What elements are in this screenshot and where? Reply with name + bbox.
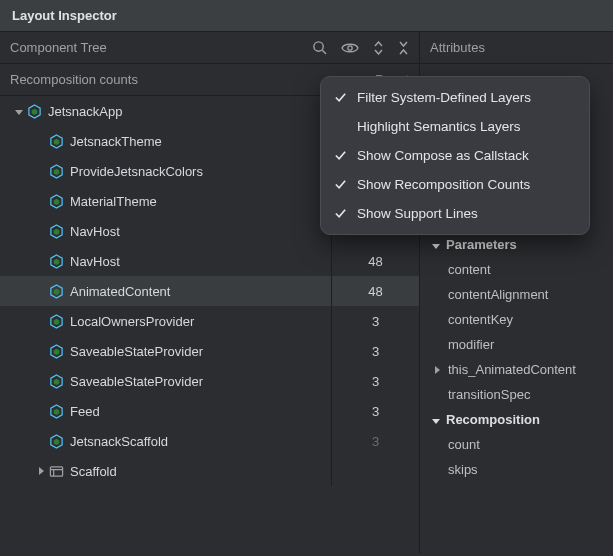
window-title: Layout Inspector bbox=[0, 0, 613, 32]
node-label: AnimatedContent bbox=[70, 284, 170, 299]
node-label: JetsnackScaffold bbox=[70, 434, 168, 449]
checkmark-icon bbox=[333, 178, 347, 191]
attr-item-content[interactable]: content bbox=[420, 257, 613, 282]
search-icon[interactable] bbox=[312, 40, 327, 55]
node-label: JetsnackApp bbox=[48, 104, 122, 119]
attr-item-transitionSpec[interactable]: transitionSpec bbox=[420, 382, 613, 407]
recomposition-count: 3 bbox=[331, 396, 419, 426]
tree-row-localownersprovider[interactable]: LocalOwnersProvider3 bbox=[0, 306, 419, 336]
node-label: MaterialTheme bbox=[70, 194, 157, 209]
tree-row-saveablestateprovider[interactable]: SaveableStateProvider3 bbox=[0, 336, 419, 366]
tree-row-navhost[interactable]: NavHost48 bbox=[0, 246, 419, 276]
node-label: LocalOwnersProvider bbox=[70, 314, 194, 329]
attr-item-label: content bbox=[448, 262, 491, 277]
svg-marker-4 bbox=[31, 108, 37, 114]
tree-row-saveablestateprovider[interactable]: SaveableStateProvider3 bbox=[0, 366, 419, 396]
svg-marker-18 bbox=[53, 318, 59, 324]
node-label: ProvideJetsnackColors bbox=[70, 164, 203, 179]
node-label: NavHost bbox=[70, 224, 120, 239]
compose-icon bbox=[48, 403, 64, 419]
recomposition-count: 3 bbox=[331, 366, 419, 396]
layout-icon bbox=[48, 463, 64, 479]
popup-item-label: Show Support Lines bbox=[357, 206, 478, 221]
svg-marker-22 bbox=[53, 378, 59, 384]
compose-icon bbox=[48, 193, 64, 209]
attr-item-label: this_AnimatedContent bbox=[448, 362, 576, 377]
svg-rect-27 bbox=[50, 466, 62, 475]
attr-item-label: transitionSpec bbox=[448, 387, 530, 402]
component-tree-label: Component Tree bbox=[10, 40, 312, 55]
attr-item-label: count bbox=[448, 437, 480, 452]
attr-item-this_AnimatedContent[interactable]: this_AnimatedContent bbox=[420, 357, 613, 382]
recomposition-count: 48 bbox=[331, 246, 419, 276]
attr-item-skips[interactable]: skips bbox=[420, 457, 613, 482]
attr-section-recomposition[interactable]: Recomposition bbox=[420, 407, 613, 432]
tree-row-scaffold[interactable]: Scaffold bbox=[0, 456, 419, 486]
popup-item[interactable]: Show Recomposition Counts bbox=[321, 170, 589, 199]
compose-icon bbox=[48, 433, 64, 449]
node-label: Feed bbox=[70, 404, 100, 419]
svg-marker-10 bbox=[53, 198, 59, 204]
svg-marker-8 bbox=[53, 168, 59, 174]
compose-icon bbox=[26, 103, 42, 119]
svg-marker-12 bbox=[53, 228, 59, 234]
compose-icon bbox=[48, 313, 64, 329]
checkmark-icon bbox=[333, 207, 347, 220]
compose-icon bbox=[48, 223, 64, 239]
popup-item[interactable]: Show Compose as Callstack bbox=[321, 141, 589, 170]
svg-line-1 bbox=[322, 50, 326, 54]
checkmark-icon bbox=[333, 149, 347, 162]
tree-row-animatedcontent[interactable]: AnimatedContent48 bbox=[0, 276, 419, 306]
tree-toggle-icon[interactable] bbox=[12, 106, 26, 117]
chevron-right-icon bbox=[432, 366, 442, 374]
node-label: NavHost bbox=[70, 254, 120, 269]
attr-item-contentAlignment[interactable]: contentAlignment bbox=[420, 282, 613, 307]
compose-icon bbox=[48, 343, 64, 359]
chevron-down-icon bbox=[432, 412, 440, 427]
recomposition-count: 3 bbox=[331, 306, 419, 336]
attr-item-modifier[interactable]: modifier bbox=[420, 332, 613, 357]
popup-item[interactable]: Filter System-Defined Layers bbox=[321, 83, 589, 112]
popup-item[interactable]: Highlight Semantics Layers bbox=[321, 112, 589, 141]
compose-icon bbox=[48, 133, 64, 149]
node-label: SaveableStateProvider bbox=[70, 374, 203, 389]
svg-marker-20 bbox=[53, 348, 59, 354]
attr-item-label: skips bbox=[448, 462, 478, 477]
recomposition-count bbox=[331, 456, 419, 486]
recomposition-count: 3 bbox=[331, 336, 419, 366]
node-label: Scaffold bbox=[70, 464, 117, 479]
component-tree-header: Component Tree bbox=[0, 32, 419, 64]
popup-item-label: Highlight Semantics Layers bbox=[357, 119, 521, 134]
compose-icon bbox=[48, 253, 64, 269]
popup-item-label: Show Recomposition Counts bbox=[357, 177, 530, 192]
filter-popup[interactable]: Filter System-Defined LayersHighlight Se… bbox=[320, 76, 590, 235]
attr-item-contentKey[interactable]: contentKey bbox=[420, 307, 613, 332]
svg-marker-6 bbox=[53, 138, 59, 144]
attr-section-title: Parameters bbox=[446, 237, 517, 252]
attributes-label: Attributes bbox=[430, 40, 603, 55]
attr-item-count[interactable]: count bbox=[420, 432, 613, 457]
attr-section-parameters[interactable]: Parameters bbox=[420, 232, 613, 257]
expand-icon[interactable] bbox=[373, 41, 384, 55]
tree-toggle-icon[interactable] bbox=[34, 466, 48, 477]
popup-item-label: Show Compose as Callstack bbox=[357, 148, 529, 163]
attr-item-label: contentAlignment bbox=[448, 287, 548, 302]
collapse-icon[interactable] bbox=[398, 41, 409, 55]
svg-point-0 bbox=[314, 42, 323, 51]
eye-icon[interactable] bbox=[341, 41, 359, 55]
attr-section-title: Recomposition bbox=[446, 412, 540, 427]
popup-item[interactable]: Show Support Lines bbox=[321, 199, 589, 228]
svg-point-2 bbox=[348, 45, 352, 49]
checkmark-icon bbox=[333, 91, 347, 104]
svg-marker-14 bbox=[53, 258, 59, 264]
svg-marker-16 bbox=[53, 288, 59, 294]
attr-item-label: modifier bbox=[448, 337, 494, 352]
chevron-down-icon bbox=[432, 237, 440, 252]
recomposition-count: 48 bbox=[331, 276, 419, 306]
compose-icon bbox=[48, 163, 64, 179]
tree-row-jetsnackscaffold[interactable]: JetsnackScaffold3 bbox=[0, 426, 419, 456]
svg-marker-26 bbox=[53, 438, 59, 444]
tree-row-feed[interactable]: Feed3 bbox=[0, 396, 419, 426]
recomposition-count: 3 bbox=[331, 426, 419, 456]
attributes-header: Attributes bbox=[420, 32, 613, 64]
